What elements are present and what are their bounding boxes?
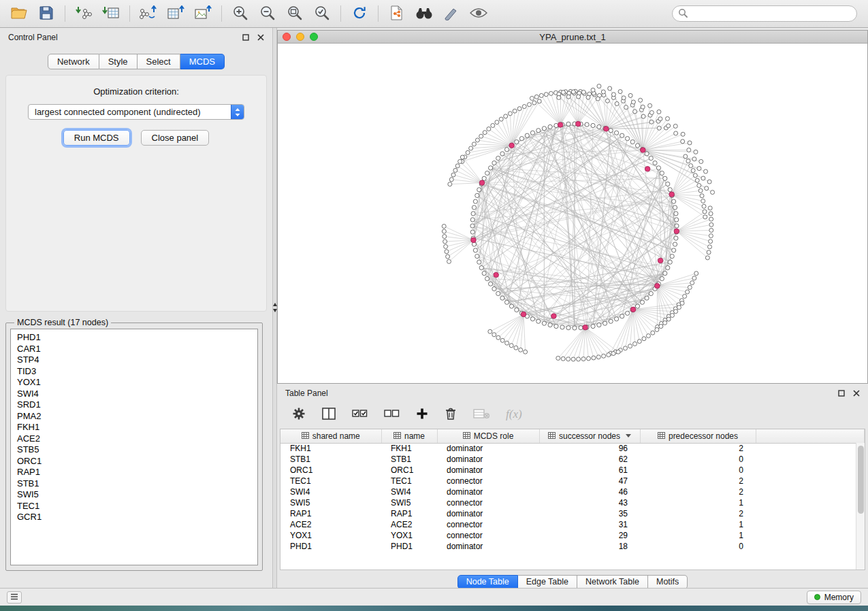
find-button[interactable] xyxy=(412,3,436,24)
table-cell-shared_name[interactable]: YOX1 xyxy=(280,530,381,541)
mcds-result-item[interactable]: SWI4 xyxy=(17,389,251,400)
table-cell-role[interactable]: dominator xyxy=(437,443,539,454)
tab-edge-table[interactable]: Edge Table xyxy=(518,575,577,589)
mcds-result-item[interactable]: ORC1 xyxy=(17,456,251,467)
table-cell-successors[interactable]: 43 xyxy=(539,497,640,508)
panel-splitter[interactable] xyxy=(272,28,277,588)
table-cell-role[interactable]: connector xyxy=(437,519,539,530)
table-row[interactable]: SWI5SWI5connector431 xyxy=(280,497,865,508)
search-field[interactable] xyxy=(672,5,857,22)
table-cell-role[interactable]: dominator xyxy=(437,454,539,465)
table-cell-predecessors[interactable]: 1 xyxy=(640,519,756,530)
table-row[interactable]: ORC1ORC1dominator610 xyxy=(280,465,865,476)
float-panel-icon[interactable] xyxy=(242,34,249,41)
export-network-button[interactable] xyxy=(136,3,161,24)
table-cell-role[interactable]: dominator xyxy=(437,541,539,552)
table-cell-predecessors[interactable]: 1 xyxy=(640,497,756,508)
table-cell-role[interactable]: dominator xyxy=(437,486,539,497)
open-session-button[interactable] xyxy=(7,3,31,24)
table-cell-name[interactable]: STB1 xyxy=(381,454,437,465)
table-row[interactable]: TEC1TEC1connector472 xyxy=(280,476,865,486)
table-cell-successors[interactable]: 96 xyxy=(539,443,640,454)
tab-motifs[interactable]: Motifs xyxy=(648,575,688,589)
table-cell-name[interactable]: PHD1 xyxy=(381,541,437,552)
table-cell-shared_name[interactable]: TEC1 xyxy=(280,476,381,486)
table-cell-predecessors[interactable]: 1 xyxy=(640,530,756,541)
table-cell-successors[interactable]: 62 xyxy=(539,454,640,465)
tab-network[interactable]: Network xyxy=(48,54,99,69)
table-cell-successors[interactable]: 29 xyxy=(539,530,640,541)
refresh-network-button[interactable] xyxy=(347,3,372,24)
table-scrollbar-thumb[interactable] xyxy=(858,446,864,514)
export-table-button[interactable] xyxy=(163,3,188,24)
table-cell-name[interactable]: SWI4 xyxy=(381,486,437,497)
table-row[interactable]: SWI4SWI4dominator462 xyxy=(280,486,865,497)
table-cell-shared_name[interactable]: RAP1 xyxy=(280,508,381,519)
mcds-result-item[interactable]: STB5 xyxy=(17,444,251,456)
table-cell-name[interactable]: TEC1 xyxy=(381,476,437,486)
tab-select[interactable]: Select xyxy=(138,54,180,69)
table-cell-successors[interactable]: 47 xyxy=(539,476,640,486)
table-cell-role[interactable]: dominator xyxy=(437,508,539,519)
run-mcds-button[interactable]: Run MCDS xyxy=(63,130,130,146)
close-mcds-panel-button[interactable]: Close panel xyxy=(141,130,210,146)
table-cell-role[interactable]: connector xyxy=(437,530,539,541)
table-row[interactable]: STB1STB1dominator620 xyxy=(280,454,865,465)
delete-table-button[interactable] xyxy=(473,408,489,421)
close-table-panel-icon[interactable] xyxy=(853,390,860,397)
network-canvas[interactable] xyxy=(278,44,867,383)
table-cell-predecessors[interactable]: 2 xyxy=(640,486,756,497)
window-close-button[interactable] xyxy=(283,33,291,41)
table-row[interactable]: YOX1YOX1connector291 xyxy=(280,530,865,541)
table-cell-role[interactable]: connector xyxy=(437,476,539,486)
mcds-result-item[interactable]: CAR1 xyxy=(17,344,251,355)
tab-mcds[interactable]: MCDS xyxy=(180,54,225,69)
mcds-result-item[interactable]: TEC1 xyxy=(17,501,251,512)
table-cell-shared_name[interactable]: STB1 xyxy=(280,454,381,465)
table-cell-role[interactable]: connector xyxy=(437,497,539,508)
splitter-arrows-icon[interactable] xyxy=(273,303,276,312)
float-table-panel-icon[interactable] xyxy=(838,390,845,397)
table-row[interactable]: RAP1RAP1dominator352 xyxy=(280,508,865,519)
window-zoom-button[interactable] xyxy=(310,33,318,41)
mcds-result-list[interactable]: PHD1CAR1STP4TID3YOX1SWI4SRD1PMA2FKH1ACE2… xyxy=(10,329,258,565)
show-columns-button[interactable] xyxy=(322,408,336,422)
style-button[interactable] xyxy=(439,3,464,24)
table-cell-shared_name[interactable]: FKH1 xyxy=(280,443,381,454)
mcds-result-item[interactable]: FKH1 xyxy=(17,422,251,433)
unselect-all-columns-button[interactable] xyxy=(384,408,400,422)
mcds-result-item[interactable]: YOX1 xyxy=(17,377,251,389)
network-graph[interactable] xyxy=(278,44,867,383)
export-image-button[interactable] xyxy=(191,3,215,24)
table-scrollbar[interactable] xyxy=(856,443,865,569)
optimization-criterion-select[interactable]: largest connected component (undirected) xyxy=(28,104,244,120)
table-cell-successors[interactable]: 35 xyxy=(539,508,640,519)
zoom-fit-button[interactable] xyxy=(283,3,307,24)
tab-network-table[interactable]: Network Table xyxy=(577,575,648,589)
table-cell-predecessors[interactable]: 0 xyxy=(640,454,756,465)
mcds-result-item[interactable]: RAP1 xyxy=(17,467,251,478)
delete-column-button[interactable] xyxy=(445,407,457,423)
network-window-titlebar[interactable]: YPA_prune.txt_1 xyxy=(278,31,867,44)
table-cell-predecessors[interactable]: 0 xyxy=(640,465,756,476)
table-cell-predecessors[interactable]: 2 xyxy=(640,508,756,519)
column-header-mcds-role[interactable]: MCDS role xyxy=(437,429,539,443)
table-cell-successors[interactable]: 61 xyxy=(539,465,640,476)
table-cell-successors[interactable]: 46 xyxy=(539,486,640,497)
table-cell-name[interactable]: SWI5 xyxy=(381,497,437,508)
mcds-result-item[interactable]: TID3 xyxy=(17,366,251,378)
mcds-result-item[interactable]: ACE2 xyxy=(17,433,251,445)
search-input[interactable] xyxy=(691,9,851,18)
memory-button[interactable]: Memory xyxy=(807,591,861,604)
table-cell-shared_name[interactable]: ORC1 xyxy=(280,465,381,476)
table-cell-shared_name[interactable]: SWI4 xyxy=(280,486,381,497)
table-cell-name[interactable]: YOX1 xyxy=(381,530,437,541)
show-details-button[interactable] xyxy=(466,3,491,24)
close-panel-icon[interactable] xyxy=(257,34,264,41)
table-cell-predecessors[interactable]: 2 xyxy=(640,443,756,454)
table-cell-predecessors[interactable]: 2 xyxy=(640,476,756,486)
column-header-successor-nodes[interactable]: successor nodes xyxy=(539,429,640,443)
mcds-result-item[interactable]: PMA2 xyxy=(17,411,251,423)
save-session-button[interactable] xyxy=(34,3,59,24)
table-row[interactable]: FKH1FKH1dominator962 xyxy=(280,443,865,454)
